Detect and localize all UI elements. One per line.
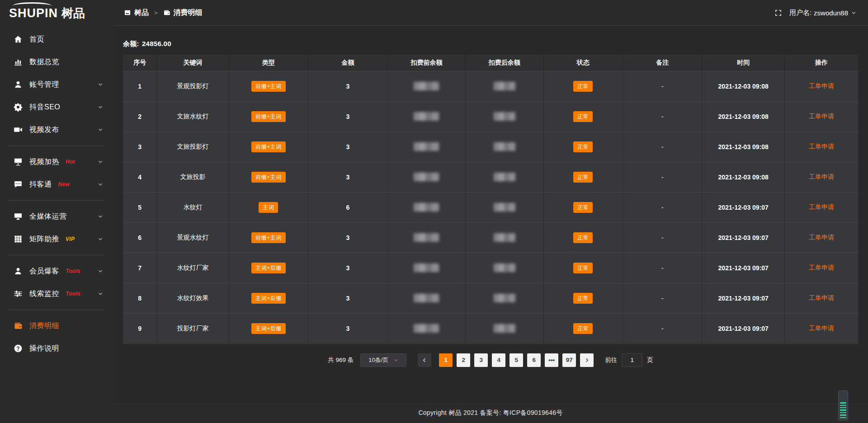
redacted-balance [414, 112, 439, 121]
redacted-balance [414, 233, 439, 242]
sidebar-item-consumption-detail[interactable]: 消费明细 [0, 315, 113, 337]
sidebar-item-member-baoke[interactable]: 会员爆客Tools [0, 260, 113, 282]
table-row: 8水纹灯效果主词+后缀3正常-2021-12-03 09:07工单申请 [123, 283, 858, 313]
sidebar-item-home[interactable]: 首页 [0, 28, 113, 51]
sidebar-badge-tools: Tools [66, 268, 80, 274]
status-badge: 正常 [573, 232, 593, 243]
cell-status: 正常 [543, 101, 623, 132]
sidebar-item-data-overview[interactable]: 数据总览 [0, 51, 113, 73]
app-root: SHUPIN 树品 首页数据总览账号管理抖音SEO视频发布视频加热Hot抖客通N… [0, 0, 868, 423]
chevron-down-icon [98, 214, 103, 219]
page-button-97[interactable]: 97 [562, 353, 576, 367]
cell-action: 工单申请 [784, 283, 858, 313]
fullscreen-icon[interactable] [774, 9, 782, 17]
breadcrumb: 树品>消费明细 [124, 8, 203, 18]
sidebar-item-clue-monitor[interactable]: 线索监控Tools [0, 282, 113, 305]
cell-status: 正常 [543, 313, 623, 343]
cell-time: 2021-12-03 09:07 [702, 313, 784, 343]
breadcrumb-item-0[interactable]: 树品 [124, 8, 149, 18]
cell-remark: - [623, 283, 703, 313]
status-badge: 正常 [573, 141, 593, 152]
cell-keyword: 文旅水纹灯 [157, 101, 229, 132]
work-order-link[interactable]: 工单申请 [809, 203, 834, 211]
work-order-link[interactable]: 工单申请 [809, 234, 834, 241]
cell-action: 工单申请 [784, 192, 858, 222]
logo-text-en: SHUPIN [9, 6, 58, 20]
work-order-link[interactable]: 工单申请 [809, 113, 834, 120]
cell-pre_balance [387, 192, 465, 222]
work-order-link[interactable]: 工单申请 [809, 294, 834, 301]
breadcrumb-separator: > [154, 9, 158, 16]
sidebar-item-douyin-seo[interactable]: 抖音SEO [0, 96, 113, 118]
redacted-balance [494, 112, 515, 121]
pagination-more-button[interactable]: ••• [545, 353, 558, 367]
work-order-link[interactable]: 工单申请 [809, 82, 834, 89]
cell-remark: - [623, 192, 703, 222]
page-button-1[interactable]: 1 [439, 353, 453, 367]
cell-amount: 3 [308, 283, 388, 313]
sidebar-item-video-publish[interactable]: 视频发布 [0, 118, 113, 141]
sidebar-item-account-management[interactable]: 账号管理 [0, 73, 113, 96]
sidebar-item-label: 抖音SEO [29, 103, 60, 112]
work-order-link[interactable]: 工单申请 [809, 143, 834, 150]
redacted-balance [414, 142, 439, 151]
page-button-3[interactable]: 3 [474, 353, 488, 367]
bar-chart-icon [14, 57, 23, 66]
topbar-right: 用户名: zswodun88 [774, 9, 856, 17]
main-column: 树品>消费明细 用户名: zswodun88 余额:24856.00 序号关键词… [113, 0, 868, 423]
sidebar-item-label: 消费明细 [29, 321, 59, 331]
cell-action: 工单申请 [784, 101, 858, 132]
sidebar-item-operation-guide[interactable]: 操作说明 [0, 337, 113, 360]
redacted-balance [494, 324, 515, 333]
cell-action: 工单申请 [784, 71, 858, 101]
redacted-balance [494, 233, 515, 242]
cell-status: 正常 [543, 132, 623, 162]
sidebar-item-douketong[interactable]: 抖客通New [0, 173, 113, 196]
mini-widget[interactable] [838, 390, 848, 420]
sidebar-item-label: 矩阵助推 [29, 235, 59, 244]
cell-post_balance [466, 192, 543, 222]
goto-page-input[interactable] [622, 353, 642, 367]
page-list: 123456•••97 [439, 353, 576, 367]
chat-icon [14, 180, 23, 189]
page-button-6[interactable]: 6 [527, 353, 541, 367]
cell-remark: - [623, 101, 703, 132]
page-size-select[interactable]: 10条/页 [360, 353, 406, 367]
chevron-down-icon [98, 182, 103, 187]
cell-no: 8 [123, 283, 157, 313]
page-button-2[interactable]: 2 [457, 353, 470, 367]
cell-pre_balance [387, 253, 465, 283]
total-count: 共 969 条 [328, 356, 354, 364]
cell-amount: 3 [308, 162, 388, 192]
work-order-link[interactable]: 工单申请 [809, 264, 834, 271]
cell-no: 2 [123, 101, 157, 132]
cell-type: 主词+后缀 [229, 283, 308, 313]
cell-amount: 3 [308, 132, 388, 162]
copyright-text: Copyright 树品 2021 备案号: 粤ICP备09019646号 [418, 409, 562, 417]
next-page-button[interactable] [580, 353, 594, 367]
sidebar-item-matrix-boost[interactable]: 矩阵助推VIP [0, 228, 113, 250]
goto-unit: 页 [647, 356, 653, 364]
cell-pre_balance [387, 222, 465, 253]
work-order-link[interactable]: 工单申请 [809, 324, 834, 332]
cell-amount: 3 [308, 71, 388, 101]
cell-post_balance [466, 222, 543, 253]
redacted-balance [494, 173, 515, 181]
content: 余额:24856.00 序号关键词类型金额扣费前余额扣费后余额状态备注时间操作 … [113, 26, 868, 402]
page-button-4[interactable]: 4 [492, 353, 505, 367]
sidebar-badge-vip: VIP [66, 236, 75, 242]
work-order-link[interactable]: 工单申请 [809, 173, 834, 180]
cell-amount: 3 [308, 313, 388, 343]
type-badge: 主词 [259, 202, 278, 213]
column-header-status: 状态 [543, 55, 623, 71]
page-button-5[interactable]: 5 [509, 353, 523, 367]
breadcrumb-item-1[interactable]: 消费明细 [163, 8, 203, 18]
logo[interactable]: SHUPIN 树品 [0, 0, 113, 26]
cell-keyword: 投影灯厂家 [157, 313, 229, 343]
user-menu[interactable]: 用户名: zswodun88 [789, 9, 856, 17]
type-badge: 前缀+主词 [251, 141, 286, 152]
sidebar-item-video-heating[interactable]: 视频加热Hot [0, 150, 113, 173]
sidebar-badge-tools: Tools [66, 291, 80, 297]
sidebar-item-all-media-operation[interactable]: 全媒体运营 [0, 205, 113, 228]
prev-page-button[interactable] [418, 353, 431, 367]
